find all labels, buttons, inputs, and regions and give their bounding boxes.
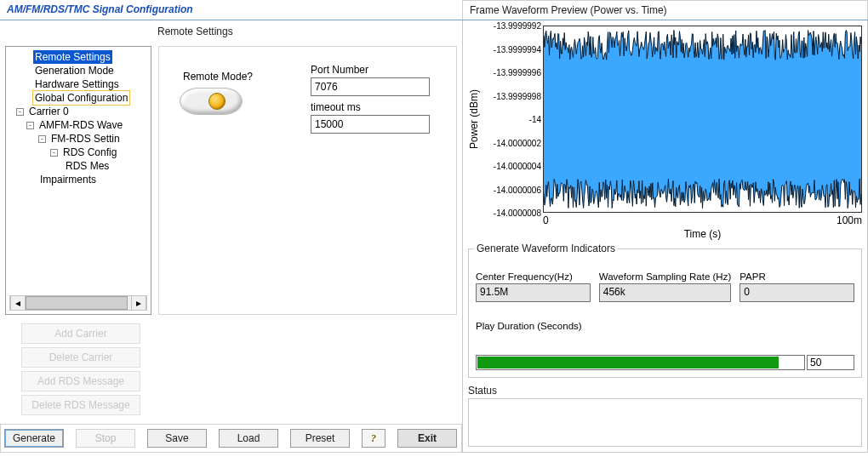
settings-panel: Remote Mode? Port Number timeout ms xyxy=(158,46,457,315)
status-title: Status xyxy=(468,385,862,397)
timeout-label: timeout ms xyxy=(311,101,430,113)
remote-mode-toggle[interactable] xyxy=(180,88,243,115)
tree-item-generation-mode[interactable]: Generation Mode xyxy=(33,64,116,77)
papr-value: 0 xyxy=(740,283,854,302)
panel-header: Remote Settings xyxy=(0,20,462,41)
tree-item-fm-rds-settings[interactable]: FM-RDS Settin xyxy=(49,132,122,146)
scroll-left-icon[interactable]: ◂ xyxy=(10,296,26,310)
samp-rate-label: Waveform Sampling Rate (Hz) xyxy=(599,271,732,282)
papr-label: PAPR xyxy=(740,271,854,282)
app-title: AM/FM/RDS/TMC Signal Configuration xyxy=(0,0,462,20)
port-number-input[interactable] xyxy=(311,77,430,96)
tree-scrollbar[interactable]: ◂ ▸ xyxy=(9,295,147,311)
scroll-right-icon[interactable]: ▸ xyxy=(131,296,146,310)
scroll-thumb[interactable] xyxy=(26,296,128,310)
tree-item-remote-settings[interactable]: Remote Settings xyxy=(33,50,112,64)
expander-icon[interactable]: - xyxy=(38,135,46,143)
tree-item-carrier-0[interactable]: Carrier 0 xyxy=(27,105,71,118)
tree-item-amfm-wave[interactable]: AMFM-RDS Wave xyxy=(37,118,124,132)
center-freq-value: 91.5M xyxy=(476,283,591,302)
samp-rate-value: 456k xyxy=(599,283,732,302)
toggle-indicator-icon xyxy=(208,93,226,110)
center-freq-label: Center Frequency(Hz) xyxy=(476,271,591,282)
expander-icon[interactable]: - xyxy=(16,108,24,116)
waveform-chart: Power (dBm) -13.9999992-13.9999994-13.99… xyxy=(468,26,862,213)
load-button[interactable]: Load xyxy=(219,429,278,448)
help-button[interactable]: ? xyxy=(362,429,385,448)
config-tree[interactable]: Remote Settings Generation Mode Hardware… xyxy=(5,46,151,315)
add-carrier-button[interactable]: Add Carrier xyxy=(21,323,140,344)
indicators-title: Generate Waveform Indicators xyxy=(474,243,618,254)
save-button[interactable]: Save xyxy=(147,429,207,448)
play-duration-progress xyxy=(476,355,805,370)
expander-icon[interactable]: - xyxy=(50,149,58,157)
tree-item-global-config[interactable]: Global Configuration xyxy=(33,91,129,105)
play-duration-label: Play Duration (Seconds) xyxy=(476,321,854,331)
tree-item-rds-config[interactable]: RDS Config xyxy=(61,146,118,159)
tree-item-impairments[interactable]: Impairments xyxy=(38,173,98,186)
generate-button[interactable]: Generate xyxy=(4,429,64,448)
chart-x-tick: 0 xyxy=(543,214,549,226)
help-icon: ? xyxy=(371,432,376,445)
chart-y-label: Power (dBm) xyxy=(468,26,483,213)
remote-mode-label: Remote Mode? xyxy=(183,71,253,83)
tree-item-hardware-settings[interactable]: Hardware Settings xyxy=(33,77,121,91)
add-rds-message-button[interactable]: Add RDS Message xyxy=(21,371,140,391)
expander-icon[interactable]: - xyxy=(26,122,34,129)
status-box xyxy=(468,398,862,447)
preset-button[interactable]: Preset xyxy=(290,429,350,448)
bottom-toolbar: Generate Stop Save Load Preset ? Exit xyxy=(0,424,462,453)
timeout-input[interactable] xyxy=(311,115,430,134)
stop-button[interactable]: Stop xyxy=(76,429,135,448)
tree-item-rds-mes[interactable]: RDS Mes xyxy=(64,159,111,173)
preview-title: Frame Waveform Preview (Power vs. Time) xyxy=(462,0,868,20)
chart-x-label: Time (s) xyxy=(543,228,862,243)
delete-rds-message-button[interactable]: Delete RDS Message xyxy=(21,395,140,415)
delete-carrier-button[interactable]: Delete Carrier xyxy=(21,347,140,368)
exit-button[interactable]: Exit xyxy=(397,429,457,448)
chart-x-tick: 100m xyxy=(837,214,862,226)
port-number-label: Port Number xyxy=(311,64,430,76)
play-duration-value: 50 xyxy=(807,355,854,370)
